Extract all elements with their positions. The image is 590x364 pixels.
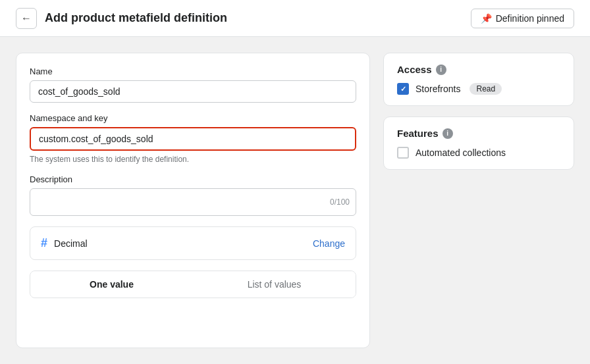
automated-collections-label: Automated collections: [416, 147, 506, 158]
access-info-icon[interactable]: i: [436, 65, 446, 75]
one-value-button[interactable]: One value: [30, 271, 193, 298]
change-type-link[interactable]: Change: [313, 238, 345, 249]
storefronts-checkbox[interactable]: [397, 83, 409, 95]
char-count: 0/100: [330, 197, 350, 207]
access-section-title: Access i: [397, 64, 560, 75]
back-icon: ←: [21, 13, 32, 24]
main-content: Name Namespace and key The system uses t…: [0, 37, 590, 364]
storefront-row: Storefronts Read: [397, 83, 560, 95]
description-input[interactable]: [30, 188, 356, 216]
features-info-icon[interactable]: i: [443, 128, 453, 139]
page-header: ← Add product metafield definition 📌 Def…: [0, 0, 590, 37]
namespace-hint: The system uses this to identify the def…: [30, 155, 356, 164]
list-of-values-button[interactable]: List of values: [193, 271, 356, 298]
namespace-input[interactable]: [30, 127, 356, 151]
access-card: Access i Storefronts Read: [383, 53, 574, 106]
namespace-field-group: Namespace and key The system uses this t…: [30, 113, 356, 164]
decimal-icon: #: [41, 236, 47, 250]
features-section-title: Features i: [397, 128, 560, 139]
header-left: ← Add product metafield definition: [16, 8, 227, 29]
name-input[interactable]: [30, 80, 356, 103]
type-box: # Decimal Change: [30, 226, 356, 260]
features-card: Features i Automated collections: [383, 117, 574, 170]
value-toggle: One value List of values: [30, 271, 356, 298]
pin-icon: 📌: [481, 13, 492, 24]
automated-collections-row: Automated collections: [397, 147, 560, 159]
name-field-group: Name: [30, 66, 356, 103]
pin-definition-button[interactable]: 📌 Definition pinned: [471, 9, 574, 28]
read-badge: Read: [469, 83, 502, 95]
page-title: Add product metafield definition: [45, 11, 227, 25]
back-button[interactable]: ←: [16, 8, 37, 29]
type-left: # Decimal: [41, 236, 88, 250]
description-field-group: Description 0/100: [30, 174, 356, 216]
features-title-text: Features: [397, 128, 439, 139]
namespace-label: Namespace and key: [30, 113, 356, 123]
type-label: Decimal: [54, 238, 88, 249]
automated-collections-checkbox[interactable]: [397, 147, 409, 159]
description-wrapper: 0/100: [30, 188, 356, 216]
description-label: Description: [30, 174, 356, 184]
storefronts-label: Storefronts: [416, 84, 460, 94]
right-panel: Access i Storefronts Read Features i Aut…: [383, 53, 574, 348]
pin-button-label: Definition pinned: [496, 13, 564, 24]
access-title-text: Access: [397, 64, 432, 75]
left-panel: Name Namespace and key The system uses t…: [16, 53, 370, 348]
name-label: Name: [30, 66, 356, 76]
